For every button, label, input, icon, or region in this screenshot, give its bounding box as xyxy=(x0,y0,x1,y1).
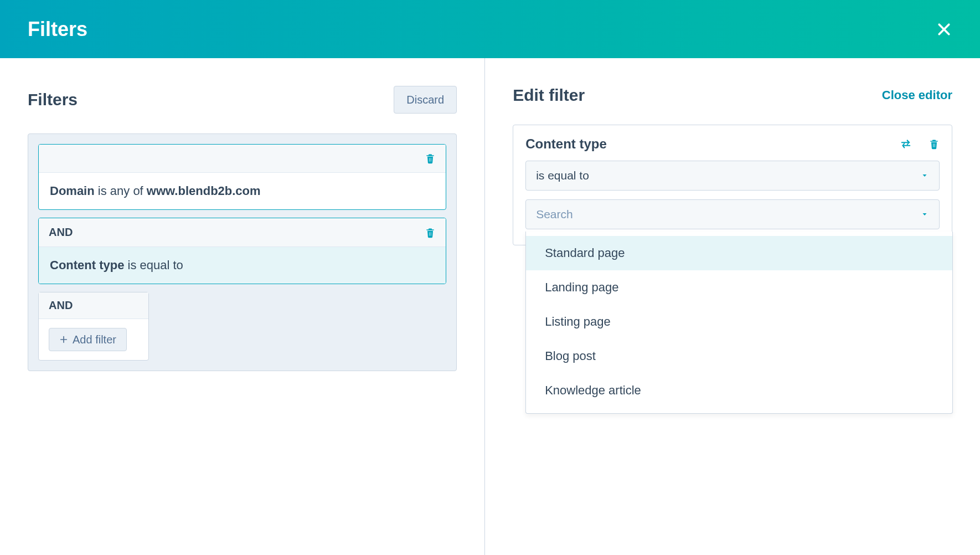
filter-field: Domain xyxy=(50,184,95,198)
trash-icon[interactable] xyxy=(929,138,940,150)
filters-canvas: Domain is any of www.blendb2b.com AND Co… xyxy=(28,133,457,371)
filter-middle: is equal to xyxy=(124,258,183,272)
and-label: AND xyxy=(49,226,73,239)
dropdown-option[interactable]: Listing page xyxy=(526,305,952,339)
editor-panel: Content type xyxy=(513,125,952,245)
and-label: AND xyxy=(39,292,148,319)
value-search-input[interactable] xyxy=(536,208,920,221)
filter-card-head xyxy=(39,145,446,173)
value-select[interactable] xyxy=(525,199,940,229)
add-filter-button-label: Add filter xyxy=(73,334,116,345)
filters-heading: Filters xyxy=(28,90,78,109)
editor-panel-actions xyxy=(900,138,940,150)
close-icon[interactable] xyxy=(936,21,952,38)
filter-card[interactable]: Domain is any of www.blendb2b.com xyxy=(38,144,446,210)
filter-middle: is any of xyxy=(95,184,147,198)
discard-button[interactable]: Discard xyxy=(394,86,457,114)
swap-icon[interactable] xyxy=(900,138,912,150)
page-title: Filters xyxy=(28,18,87,41)
filters-pane-header: Filters Discard xyxy=(28,86,457,114)
add-filter-button[interactable]: Add filter xyxy=(49,328,127,351)
chevron-down-icon xyxy=(920,211,929,218)
filter-card[interactable]: AND Content type is equal to xyxy=(38,218,446,284)
dropdown-option[interactable]: Blog post xyxy=(526,339,952,373)
value-dropdown: Standard page Landing page Listing page … xyxy=(525,232,953,414)
plus-icon xyxy=(59,335,68,344)
filter-field: Content type xyxy=(50,258,124,272)
dropdown-option[interactable]: Knowledge article xyxy=(526,373,952,408)
chevron-down-icon xyxy=(920,172,929,179)
dropdown-option[interactable]: Landing page xyxy=(526,270,952,305)
trash-icon[interactable] xyxy=(425,227,436,239)
operator-select[interactable]: is equal to xyxy=(525,161,940,191)
topbar: Filters xyxy=(0,0,980,58)
editor-field-label: Content type xyxy=(525,136,607,152)
filter-summary: Domain is any of www.blendb2b.com xyxy=(39,173,446,209)
editor-panel-header: Content type xyxy=(525,136,940,152)
filter-summary: Content type is equal to xyxy=(39,247,446,284)
content: Filters Discard Domain is any of www.ble… xyxy=(0,58,980,555)
filters-pane: Filters Discard Domain is any of www.ble… xyxy=(0,58,485,555)
editor-heading: Edit filter xyxy=(513,86,585,105)
editor-pane-header: Edit filter Close editor xyxy=(513,86,952,105)
filter-value: www.blendb2b.com xyxy=(147,184,261,198)
editor-pane: Edit filter Close editor Content type xyxy=(485,58,980,555)
trash-icon[interactable] xyxy=(425,152,436,165)
operator-select-value: is equal to xyxy=(536,169,589,182)
filter-card-head: AND xyxy=(39,218,446,247)
dropdown-option[interactable]: Standard page xyxy=(526,236,952,270)
close-editor-link[interactable]: Close editor xyxy=(882,88,952,102)
add-filter-card: AND Add filter xyxy=(38,292,149,361)
discard-button-label: Discard xyxy=(406,94,444,105)
